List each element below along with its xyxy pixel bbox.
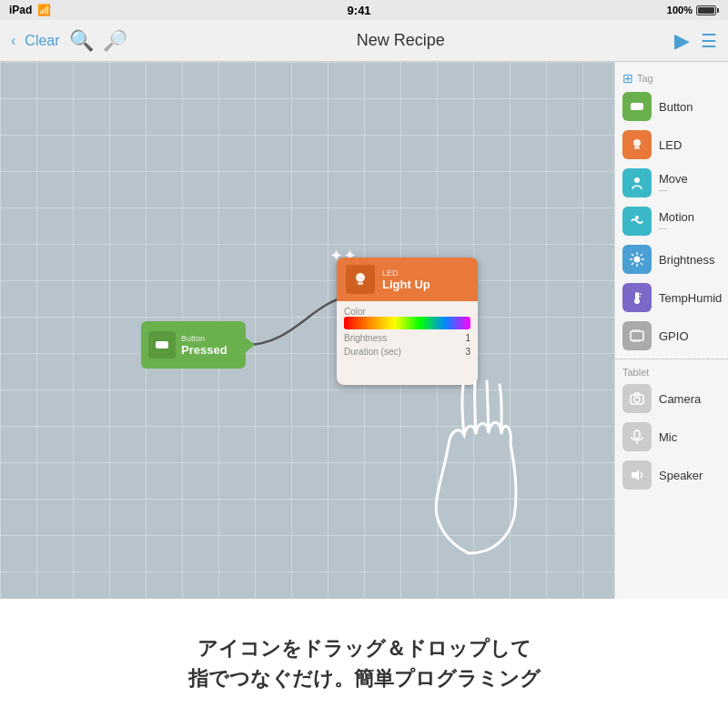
battery-percent: 100% [667,5,693,15]
sidebar-led-label: LED [659,138,682,152]
led-icon-box [346,265,375,294]
led-sidebar-icon [622,130,652,159]
svg-point-18 [634,298,640,304]
sidebar-item-brightness[interactable]: Brightness [615,240,728,278]
sidebar-motion-sub: — [659,224,694,233]
sidebar-item-motion[interactable]: Motion — [615,202,728,240]
svg-rect-3 [631,103,643,110]
button-node-icon [148,331,176,359]
button-node-arrow [246,338,255,352]
led-node-title: Light Up [382,278,430,291]
svg-point-8 [634,257,641,263]
sidebar-mic-label-area: Mic [659,430,677,444]
sidebar-gpio-label: GPIO [659,329,689,343]
led-brightness-label: Brightness [344,333,387,343]
led-duration-value: 3 [465,347,470,357]
sidebar-temphumid-label: TempHumid [659,291,722,305]
sidebar-item-camera[interactable]: Camera [615,379,728,418]
sidebar-item-temphumid[interactable]: TempHumid [615,278,728,317]
move-sidebar-icon [622,168,652,197]
play-button[interactable]: ▶ [674,29,690,53]
back-button[interactable]: ‹ [11,33,15,49]
svg-rect-2 [358,282,363,285]
svg-line-15 [641,254,642,256]
sidebar-brightness-label: Brightness [659,253,714,267]
brightness-sidebar-icon [622,245,652,274]
sidebar-item-move[interactable]: Move — [615,164,728,202]
led-duration-label: Duration (sec) [344,347,401,357]
led-color-label: Color [344,307,470,317]
led-node-header: LED Light Up [337,258,478,301]
sidebar-brightness-label-area: Brightness [659,253,714,267]
sidebar-gpio-label-area: GPIO [659,329,689,343]
carrier-label: iPad [9,4,32,16]
zoom-out-button[interactable]: 🔎 [103,29,127,53]
sidebar-tablet-section-text: Tablet [622,367,649,378]
sidebar-camera-label: Camera [659,392,701,406]
sidebar-item-gpio[interactable]: GPIO [615,317,728,355]
sidebar-speaker-label-area: Speaker [659,469,703,482]
sidebar-move-label: Move [659,172,688,186]
page-title: New Recipe [357,31,445,50]
mic-sidebar-icon [622,422,652,451]
sidebar: ⊞ Tag Button LED M [614,62,728,599]
clear-button[interactable]: Clear [25,33,59,49]
bottom-line2: 指でつなぐだけ。簡単プログラミング [188,667,541,690]
sidebar-button-label-area: Button [659,100,693,114]
sidebar-item-led[interactable]: LED [615,126,728,164]
bottom-text-area: アイコンをドラッグ＆ドロップして 指でつなぐだけ。簡単プログラミング [0,599,728,728]
connection-line [0,62,614,599]
canvas[interactable]: Button Pressed ✦✦ LED Light Up Color [0,62,614,599]
sidebar-move-sub: — [659,186,688,195]
sidebar-mic-label: Mic [659,430,677,444]
status-left: iPad 📶 [9,4,51,16]
bottom-description: アイコンをドラッグ＆ドロップして 指でつなぐだけ。簡単プログラミング [188,633,541,693]
sidebar-section-tag: ⊞ Tag [615,67,728,87]
status-time: 9:41 [348,4,371,17]
svg-line-16 [632,263,633,265]
button-node[interactable]: Button Pressed [141,321,246,369]
gpio-sidebar-icon [622,321,652,350]
nav-bar: ‹ Clear 🔍 🔎 New Recipe ▶ ☰ [0,20,728,62]
svg-point-1 [356,273,365,282]
wifi-icon: 📶 [37,4,51,16]
led-node-label: LED [382,268,430,278]
battery-icon [696,5,719,15]
button-node-label: Button [181,334,228,343]
sidebar-motion-label: Motion [659,210,694,224]
zoom-in-button[interactable]: 🔍 [69,29,94,53]
svg-line-13 [632,254,633,256]
led-brightness-value: 1 [465,333,470,343]
svg-point-6 [634,177,640,183]
status-right: 100% [667,5,719,15]
svg-rect-21 [631,331,643,340]
svg-point-7 [635,216,639,219]
sidebar-item-mic[interactable]: Mic [615,418,728,456]
sidebar-divider [615,359,728,359]
sidebar-section-tablet: Tablet [615,363,728,379]
tag-plus-icon: ⊞ [622,71,633,86]
led-color-bar[interactable] [344,317,470,329]
sidebar-led-label-area: LED [659,138,682,152]
nav-left: ‹ Clear 🔍 🔎 [11,29,127,53]
sidebar-item-speaker[interactable]: Speaker [615,456,728,494]
led-node-title-area: LED Light Up [382,268,430,291]
led-brightness-row: Brightness 1 [344,333,470,343]
sidebar-camera-label-area: Camera [659,392,701,406]
menu-button[interactable]: ☰ [701,30,717,52]
main-area: Button Pressed ✦✦ LED Light Up Color [0,62,728,599]
button-node-text: Button Pressed [181,334,228,357]
svg-rect-5 [634,147,640,149]
motion-sidebar-icon [622,207,652,236]
led-duration-row: Duration (sec) 3 [344,347,470,357]
led-node[interactable]: LED Light Up Color Brightness 1 Duration… [337,258,478,385]
sidebar-button-label: Button [659,100,693,114]
hand-gesture [396,371,541,571]
sidebar-temphumid-label-area: TempHumid [659,291,722,305]
svg-marker-32 [632,470,639,480]
speaker-sidebar-icon [622,460,652,490]
svg-point-29 [634,397,640,402]
nav-right: ▶ ☰ [674,29,717,53]
svg-point-4 [633,139,641,147]
sidebar-item-button[interactable]: Button [615,87,728,126]
